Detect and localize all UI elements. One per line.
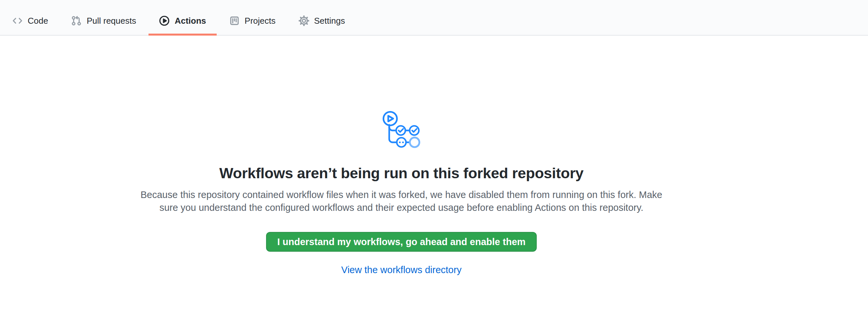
play-icon — [159, 15, 169, 26]
tab-code[interactable]: Code — [2, 7, 59, 35]
code-icon — [12, 15, 23, 26]
view-workflows-directory-link[interactable]: View the workflows directory — [341, 264, 461, 276]
enable-workflows-button[interactable]: I understand my workflows, go ahead and … — [266, 232, 537, 252]
actions-blankslate: Workflows aren’t being run on this forke… — [0, 36, 803, 276]
blankslate-description: Because this repository contained workfl… — [131, 188, 672, 214]
blankslate-heading: Workflows aren’t being run on this forke… — [219, 165, 584, 182]
tab-pull-requests[interactable]: Pull requests — [61, 7, 147, 35]
tab-actions[interactable]: Actions — [149, 7, 216, 35]
tab-pull-requests-label: Pull requests — [87, 17, 136, 25]
git-pull-request-icon — [71, 15, 82, 26]
tab-projects[interactable]: Projects — [219, 7, 286, 35]
repo-tab-nav: Code Pull requests Actions — [0, 0, 868, 36]
tab-actions-label: Actions — [175, 17, 206, 25]
tab-settings[interactable]: Settings — [288, 7, 355, 35]
gear-icon — [299, 15, 309, 26]
tab-projects-label: Projects — [245, 17, 276, 25]
workflow-graph-icon — [382, 111, 421, 150]
tab-settings-label: Settings — [314, 17, 345, 25]
project-icon — [229, 15, 240, 26]
tab-code-label: Code — [28, 17, 48, 25]
